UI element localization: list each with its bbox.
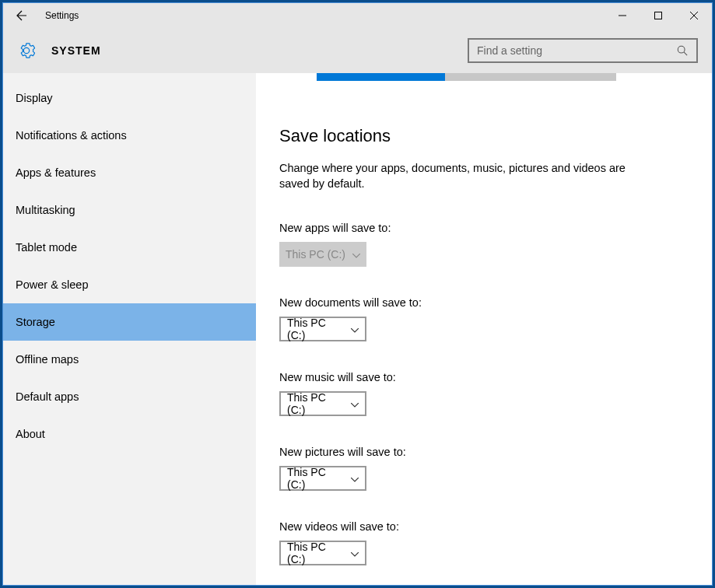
sidebar-item-offline-maps[interactable]: Offline maps xyxy=(3,341,256,378)
main-content: Save locations Change where your apps, d… xyxy=(256,73,712,585)
sidebar-item-apps-features[interactable]: Apps & features xyxy=(3,154,256,191)
sidebar-item-label: Multitasking xyxy=(16,204,75,216)
search-input[interactable] xyxy=(477,44,676,57)
chevron-down-icon xyxy=(351,397,359,410)
save-location-dropdown[interactable]: This PC (C:) xyxy=(279,391,366,416)
svg-rect-0 xyxy=(655,12,662,19)
sidebar-item-label: Default apps xyxy=(16,390,79,403)
chevron-down-icon xyxy=(351,472,359,485)
dropdown-value: This PC (C:) xyxy=(287,541,346,565)
maximize-button[interactable] xyxy=(640,3,676,28)
field-label: New documents will save to: xyxy=(279,296,689,309)
back-button[interactable] xyxy=(9,3,34,28)
maximize-icon xyxy=(654,12,662,19)
sidebar: DisplayNotifications & actionsApps & fea… xyxy=(3,73,256,585)
sidebar-item-notifications-actions[interactable]: Notifications & actions xyxy=(3,117,256,154)
minimize-icon xyxy=(619,12,626,19)
sidebar-item-label: Storage xyxy=(16,316,55,328)
sidebar-item-label: Display xyxy=(16,92,53,104)
sidebar-item-label: About xyxy=(16,428,45,440)
sidebar-item-multitasking[interactable]: Multitasking xyxy=(3,191,256,229)
sidebar-item-label: Notifications & actions xyxy=(16,129,127,142)
sidebar-item-label: Power & sleep xyxy=(16,278,89,291)
close-icon xyxy=(690,12,698,19)
field-label: New videos will save to: xyxy=(279,520,689,533)
sidebar-item-storage[interactable]: Storage xyxy=(3,303,256,341)
header: SYSTEM xyxy=(3,28,712,73)
search-box[interactable] xyxy=(468,38,698,63)
section-description: Change where your apps, documents, music… xyxy=(279,160,637,192)
storage-usage-bar xyxy=(317,73,616,81)
window-controls xyxy=(605,3,712,28)
chevron-down-icon xyxy=(351,323,359,335)
field-label: New music will save to: xyxy=(279,371,689,383)
storage-usage-fill xyxy=(317,73,445,81)
chevron-down-icon xyxy=(351,547,359,559)
dropdown-value: This PC (C:) xyxy=(287,466,346,491)
minimize-button[interactable] xyxy=(605,3,640,28)
field-label: New apps will save to: xyxy=(279,222,689,234)
chevron-down-icon xyxy=(352,248,360,261)
save-location-dropdown[interactable]: This PC (C:) xyxy=(279,466,366,491)
sidebar-item-display[interactable]: Display xyxy=(3,79,256,117)
page-category: SYSTEM xyxy=(51,44,101,57)
sidebar-item-about[interactable]: About xyxy=(3,415,256,453)
search-icon xyxy=(676,44,689,57)
save-location-dropdown: This PC (C:) xyxy=(279,242,366,267)
sidebar-item-power-sleep[interactable]: Power & sleep xyxy=(3,266,256,303)
svg-point-1 xyxy=(678,46,685,53)
section-heading: Save locations xyxy=(279,126,689,146)
save-location-dropdown[interactable]: This PC (C:) xyxy=(279,541,366,565)
dropdown-value: This PC (C:) xyxy=(286,248,345,261)
gear-icon xyxy=(17,41,36,60)
close-button[interactable] xyxy=(676,3,712,28)
sidebar-item-label: Offline maps xyxy=(16,353,79,366)
sidebar-item-default-apps[interactable]: Default apps xyxy=(3,378,256,415)
settings-window: Settings SYSTEM xyxy=(2,2,713,586)
window-title: Settings xyxy=(45,10,79,21)
body: DisplayNotifications & actionsApps & fea… xyxy=(3,73,712,585)
dropdown-value: This PC (C:) xyxy=(287,391,346,416)
titlebar: Settings xyxy=(3,3,712,28)
dropdown-value: This PC (C:) xyxy=(287,317,346,341)
sidebar-item-label: Tablet mode xyxy=(16,241,77,254)
field-label: New pictures will save to: xyxy=(279,446,689,458)
save-location-dropdown[interactable]: This PC (C:) xyxy=(279,317,366,341)
back-arrow-icon xyxy=(16,9,28,22)
sidebar-item-tablet-mode[interactable]: Tablet mode xyxy=(3,229,256,266)
sidebar-item-label: Apps & features xyxy=(16,166,96,179)
